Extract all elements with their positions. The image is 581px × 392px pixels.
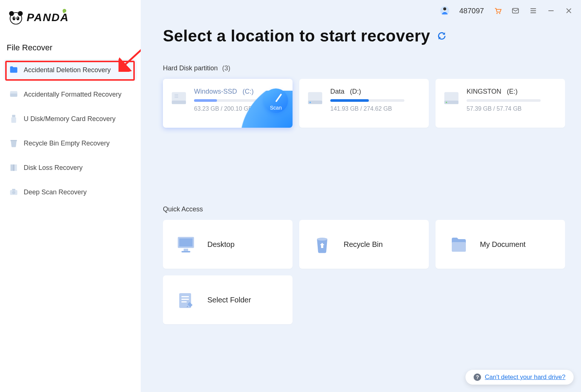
sidebar-item-label: U Disk/Memory Card Recovery xyxy=(24,115,116,123)
sidebar-item-label: Recycle Bin Empty Recovery xyxy=(24,140,110,147)
svg-point-5 xyxy=(14,17,15,19)
desktop-icon xyxy=(176,234,196,255)
sidebar-item-usb[interactable]: U Disk/Memory Card Recovery xyxy=(4,108,137,130)
cart-icon[interactable] xyxy=(494,7,502,15)
partitions-count: (3) xyxy=(222,64,230,72)
quick-access-select-folder[interactable]: Select Folder xyxy=(163,275,293,324)
partition-card-d[interactable]: Data (D:) 141.93 GB / 274.62 GB xyxy=(299,79,429,128)
svg-rect-25 xyxy=(175,94,178,95)
svg-rect-9 xyxy=(12,115,16,117)
app-logo: PANDA xyxy=(0,0,141,25)
sidebar-title: File Recover xyxy=(0,25,141,59)
partition-card-c[interactable]: Windows-SSD (C:) 63.23 GB / 200.10 GB Sc… xyxy=(163,79,293,128)
panda-icon xyxy=(8,10,24,25)
svg-rect-14 xyxy=(12,189,16,190)
hdd-icon xyxy=(170,90,187,107)
usb-icon xyxy=(9,114,19,124)
page-title: Select a location to start recovery xyxy=(163,27,430,45)
svg-point-4 xyxy=(16,16,19,20)
sidebar: PANDA File Recover Accidental Deletion R… xyxy=(0,0,141,392)
camera-icon xyxy=(9,187,19,197)
svg-point-6 xyxy=(17,17,18,19)
sidebar-item-formatted[interactable]: Accidentally Formatted Recovery xyxy=(4,84,137,105)
svg-point-1 xyxy=(9,11,14,16)
sidebar-item-accidental-deletion[interactable]: Accidental Deletion Recovery xyxy=(4,59,137,81)
svg-rect-26 xyxy=(175,96,178,96)
partition-card-e[interactable]: KINGSTON (E:) 57.39 GB / 57.74 GB xyxy=(435,79,565,128)
app-name: PANDA xyxy=(27,11,69,24)
partition-letter: (D:) xyxy=(350,88,361,95)
help-link-text[interactable]: Can't detect your hard drive? xyxy=(485,373,565,381)
svg-point-18 xyxy=(443,7,446,10)
close-button[interactable] xyxy=(565,7,573,15)
partition-usage-bar xyxy=(330,99,404,102)
quick-access-mydocument[interactable]: My Document xyxy=(435,220,565,269)
avatar-icon[interactable] xyxy=(440,6,450,16)
svg-rect-36 xyxy=(184,249,188,251)
svg-rect-39 xyxy=(452,242,466,252)
user-id: 487097 xyxy=(459,7,484,15)
partition-size: 57.39 GB / 57.74 GB xyxy=(467,105,556,112)
sidebar-item-label: Accidentally Formatted Recovery xyxy=(24,91,121,98)
svg-point-30 xyxy=(310,102,311,103)
svg-point-13 xyxy=(12,191,16,194)
partition-name: Data xyxy=(330,88,344,95)
svg-point-19 xyxy=(497,13,498,14)
sidebar-item-label: Deep Scan Recovery xyxy=(24,188,87,196)
partition-size: 141.93 GB / 274.62 GB xyxy=(330,105,420,112)
sidebar-item-label: Disk Loss Recovery xyxy=(24,164,83,172)
quick-access-label: My Document xyxy=(480,240,525,249)
folder-icon xyxy=(9,65,19,75)
quick-access-recycle[interactable]: Recycle Bin xyxy=(299,220,429,269)
quick-access-desktop[interactable]: Desktop xyxy=(163,220,293,269)
partitions-heading: Hard Disk partition xyxy=(163,64,218,72)
scan-button[interactable]: Scan xyxy=(264,88,288,113)
topbar: 487097 xyxy=(440,6,573,16)
trash-icon xyxy=(9,138,19,148)
svg-rect-11 xyxy=(10,140,17,141)
svg-rect-37 xyxy=(181,251,190,252)
help-icon: ? xyxy=(474,373,481,381)
sidebar-item-deepscan[interactable]: Deep Scan Recovery xyxy=(4,181,137,203)
partition-cards: Windows-SSD (C:) 63.23 GB / 200.10 GB Sc… xyxy=(141,79,581,128)
sidebar-nav: Accidental Deletion Recovery Accidentall… xyxy=(0,59,141,203)
svg-point-20 xyxy=(499,13,500,14)
svg-rect-27 xyxy=(175,97,178,98)
quick-access-heading: Quick Access xyxy=(163,205,203,213)
svg-rect-10 xyxy=(11,117,16,123)
svg-point-38 xyxy=(317,238,327,241)
drive-icon xyxy=(9,90,19,99)
menu-icon[interactable] xyxy=(529,7,537,15)
partition-name: KINGSTON xyxy=(467,88,501,95)
svg-point-3 xyxy=(13,16,16,20)
quick-access-label: Recycle Bin xyxy=(344,240,383,249)
quick-access-label: Select Folder xyxy=(207,296,251,304)
quick-access-cards: Desktop Recycle Bin My Document Select F… xyxy=(141,220,581,324)
sidebar-item-recycle[interactable]: Recycle Bin Empty Recovery xyxy=(4,133,137,154)
svg-point-2 xyxy=(18,11,23,16)
scan-label: Scan xyxy=(270,105,282,113)
main-panel: 487097 Select a location to start recove… xyxy=(141,0,581,392)
svg-rect-35 xyxy=(179,238,193,247)
svg-rect-41 xyxy=(181,296,189,297)
minimize-button[interactable] xyxy=(547,7,555,15)
document-icon xyxy=(448,234,469,255)
recycle-icon xyxy=(312,234,333,255)
sidebar-item-label: Accidental Deletion Recovery xyxy=(24,66,111,74)
refresh-icon[interactable] xyxy=(437,31,447,41)
sidebar-item-diskloss[interactable]: Disk Loss Recovery xyxy=(4,157,137,178)
mail-icon[interactable] xyxy=(511,7,520,15)
quick-access-label: Desktop xyxy=(207,240,234,249)
svg-rect-42 xyxy=(181,299,189,300)
partition-letter: (E:) xyxy=(507,88,518,95)
help-link[interactable]: ? Can't detect your hard drive? xyxy=(465,370,574,385)
svg-rect-24 xyxy=(172,101,186,104)
folder-edit-icon xyxy=(176,289,196,310)
svg-point-33 xyxy=(446,102,447,103)
svg-rect-43 xyxy=(181,301,187,302)
hdd-icon xyxy=(307,90,324,107)
partition-usage-bar xyxy=(467,99,541,102)
book-icon xyxy=(9,163,19,172)
hdd-icon xyxy=(443,90,460,107)
svg-rect-8 xyxy=(10,91,17,94)
